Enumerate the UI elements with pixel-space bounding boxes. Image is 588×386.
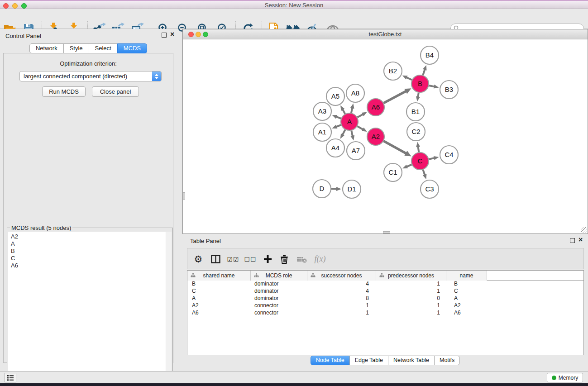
tab-network-table[interactable]: Network Table [388,356,435,365]
network-canvas[interactable]: B4B2BB3A5A8A6A3B1AA1C2A2A4A7C4CC1C3DD1 [183,39,588,234]
cell-mcds-role[interactable]: connector [251,302,307,310]
result-item[interactable]: A6 [11,262,166,269]
cell-predecessor-nodes[interactable]: 1 [376,288,446,295]
cell-successor-nodes[interactable]: 8 [307,295,376,302]
cell-shared-name[interactable]: A [187,295,251,302]
cell-name[interactable]: A [446,295,487,302]
destroy-table-icon[interactable] [294,248,309,270]
cell-name[interactable]: C [446,288,487,295]
tab-mcds[interactable]: MCDS [117,43,147,53]
show-columns-icon[interactable] [208,248,223,270]
resize-grip-icon[interactable] [581,227,587,233]
cell-name[interactable]: A6 [446,310,487,317]
mcds-result-title: MCDS result (5 nodes) [10,224,72,231]
memory-button[interactable]: Memory [547,373,583,382]
select-all-columns-icon[interactable]: ☑☑ [225,248,241,270]
cell-mcds-role[interactable]: dominator [251,295,307,302]
edge-A-A6[interactable] [358,114,363,118]
task-history-button[interactable] [5,373,16,382]
table-row[interactable]: Adominator80A [187,295,583,302]
edge-A-A5[interactable] [343,110,345,114]
run-mcds-button[interactable]: Run MCDS [42,86,86,97]
cell-mcds-role[interactable]: connector [251,310,307,317]
table-row[interactable]: Cdominator41C [187,288,583,295]
result-scrollbar[interactable] [166,232,172,382]
edge-arrow-icon [332,115,338,119]
edge-B-B1[interactable] [418,93,419,97]
result-item[interactable]: A2 [11,233,166,240]
cell-mcds-role[interactable]: dominator [251,288,307,295]
edge-B-B2[interactable] [406,77,412,80]
edge-A-A1[interactable] [336,125,341,127]
edge-C-C3[interactable] [423,170,425,175]
cell-predecessor-nodes[interactable]: 0 [376,295,446,302]
splitter-handle-left[interactable] [183,192,185,200]
close-panel-icon[interactable]: × [170,31,174,38]
function-builder-icon[interactable]: f(x) [312,248,328,270]
tab-network[interactable]: Network [29,43,64,53]
criterion-select[interactable]: largest connected component (directed) [19,71,162,81]
edge-A-A4[interactable] [343,130,345,135]
memory-status-icon [552,376,556,380]
cell-name[interactable]: A2 [446,302,487,310]
table-row[interactable]: A6connector11A6 [187,310,583,317]
node-label-A6: A6 [372,103,380,111]
cell-shared-name[interactable]: A2 [187,302,251,310]
table-options-icon[interactable]: ⚙ [191,248,206,270]
create-column-icon[interactable] [260,248,275,270]
edge-A6-B[interactable] [384,91,406,103]
cell-successor-nodes[interactable]: 1 [307,310,376,317]
column-header-predecessor-nodes[interactable]: predecessor nodes [376,271,446,281]
tab-select[interactable]: Select [89,43,118,53]
column-header-successor-nodes[interactable]: successor nodes [307,271,376,281]
column-header-mcds-role[interactable]: MCDS role [251,271,307,281]
edge-A-A3[interactable] [336,117,341,119]
close-table-panel-icon[interactable]: × [578,236,583,243]
tab-motifs[interactable]: Motifs [434,356,460,365]
delete-columns-icon[interactable] [277,248,292,270]
cell-successor-nodes[interactable]: 4 [307,288,376,295]
cell-shared-name[interactable]: A6 [187,310,251,317]
edge-A-A8[interactable] [351,108,352,113]
edge-arrow-icon [350,104,354,109]
network-window-titlebar[interactable]: testGlobe.txt [183,29,588,39]
tab-style[interactable]: Style [63,43,89,53]
node-label-A5: A5 [331,92,339,100]
node-label-A3: A3 [318,107,326,115]
cell-shared-name[interactable]: B [187,281,251,288]
cell-name[interactable]: B [446,281,487,288]
cell-predecessor-nodes[interactable]: 1 [376,302,446,310]
session-title: Session: New Session [0,2,588,9]
cell-predecessor-nodes[interactable]: 1 [376,281,446,288]
edge-B-B4[interactable] [423,69,425,75]
column-header-name[interactable]: name [446,271,487,281]
cell-shared-name[interactable]: C [187,288,251,295]
cell-successor-nodes[interactable]: 1 [307,302,376,310]
edge-A-A2[interactable] [357,126,363,129]
table-row[interactable]: Bdominator41B [187,281,583,288]
result-item[interactable]: A [11,240,166,248]
edge-C-C4[interactable] [429,158,435,159]
cell-mcds-role[interactable]: dominator [251,281,307,288]
edge-B-B3[interactable] [429,86,435,86]
unselect-all-columns-icon[interactable]: ☐☐ [243,248,258,270]
float-panel-icon[interactable] [162,33,167,38]
float-table-panel-icon[interactable] [570,238,575,243]
edge-C-C1[interactable] [407,165,412,167]
column-header-shared-name[interactable]: shared name [187,271,251,281]
edge-A-A7[interactable] [351,131,353,136]
splitter-handle-bottom[interactable] [383,231,390,234]
result-item[interactable]: C [11,255,166,262]
edge-C-C2[interactable] [418,147,419,152]
edge-A2-C[interactable] [384,141,406,153]
cell-successor-nodes[interactable]: 4 [307,281,376,288]
mcds-panel: Optimization criterion: largest connecte… [3,53,173,363]
close-panel-button[interactable]: Close panel [92,86,139,97]
tab-node-table[interactable]: Node Table [311,356,350,365]
cell-predecessor-nodes[interactable]: 1 [376,310,446,317]
tab-edge-table[interactable]: Edge Table [349,356,388,365]
table-row[interactable]: A2connector11A2 [187,302,583,310]
result-item[interactable]: B [11,248,166,255]
memory-label: Memory [559,375,578,381]
edge-arrow-icon [402,76,408,80]
